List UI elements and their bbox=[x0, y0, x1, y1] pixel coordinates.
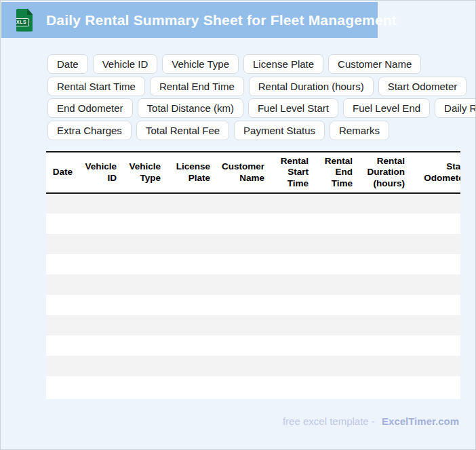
col-header-vehicle-id: Vehicle ID bbox=[73, 152, 117, 193]
chip-daily-rate[interactable]: Daily Rate bbox=[435, 98, 476, 118]
col-header-date: Date bbox=[46, 152, 73, 193]
footer: free excel template - ExcelTimer.com bbox=[283, 415, 459, 427]
chip-fuel-level-start[interactable]: Fuel Level Start bbox=[248, 98, 338, 118]
footer-text: free excel template - bbox=[283, 415, 375, 427]
table-header-row: Date Vehicle ID Vehicle Type License Pla… bbox=[46, 152, 460, 193]
table-row bbox=[46, 376, 460, 396]
table-row bbox=[46, 356, 460, 376]
col-header-rental-end-time: Rental End Time bbox=[309, 152, 353, 193]
chip-start-odometer[interactable]: Start Odometer bbox=[378, 77, 467, 96]
chip-payment-status[interactable]: Payment Status bbox=[234, 121, 325, 140]
folded-corner bbox=[27, 9, 33, 15]
table-row bbox=[46, 254, 460, 274]
col-header-start-odometer: Start Odometer bbox=[405, 152, 460, 193]
chip-vehicle-type[interactable]: Vehicle Type bbox=[162, 54, 239, 74]
rental-summary-table: Date Vehicle ID Vehicle Type License Pla… bbox=[46, 151, 460, 396]
chip-row-3: End Odometer Total Distance (km) Fuel Le… bbox=[47, 98, 468, 118]
col-header-rental-start-time: Rental Start Time bbox=[265, 152, 309, 193]
title-bar: XLS Daily Rental Summary Sheet for Fleet… bbox=[1, 2, 378, 38]
field-chips: Date Vehicle ID Vehicle Type License Pla… bbox=[47, 54, 468, 142]
xls-file-icon: XLS bbox=[16, 9, 33, 32]
table-row bbox=[46, 274, 460, 295]
chip-extra-charges[interactable]: Extra Charges bbox=[47, 121, 132, 140]
chip-vehicle-id[interactable]: Vehicle ID bbox=[93, 54, 158, 74]
chip-total-distance[interactable]: Total Distance (km) bbox=[138, 98, 243, 118]
col-header-vehicle-type: Vehicle Type bbox=[117, 152, 161, 193]
chip-date[interactable]: Date bbox=[47, 54, 88, 74]
footer-brand-link[interactable]: ExcelTimer.com bbox=[382, 415, 459, 427]
col-header-license-plate: License Plate bbox=[161, 152, 211, 193]
table-row bbox=[46, 335, 460, 356]
table-row bbox=[46, 295, 460, 315]
table-row bbox=[46, 234, 460, 254]
page-title: Daily Rental Summary Sheet for Fleet Man… bbox=[46, 12, 397, 28]
chip-license-plate[interactable]: License Plate bbox=[243, 54, 323, 74]
chip-total-rental-fee[interactable]: Total Rental Fee bbox=[136, 121, 229, 140]
chip-rental-start-time[interactable]: Rental Start Time bbox=[47, 77, 145, 96]
chip-customer-name[interactable]: Customer Name bbox=[328, 54, 421, 74]
table-row bbox=[46, 315, 460, 335]
xls-badge-label: XLS bbox=[14, 18, 29, 26]
spreadsheet-preview: Date Vehicle ID Vehicle Type License Pla… bbox=[46, 151, 460, 399]
table-row bbox=[46, 193, 460, 213]
chip-row-4: Extra Charges Total Rental Fee Payment S… bbox=[47, 121, 468, 140]
col-header-customer-name: Customer Name bbox=[211, 152, 265, 193]
page-canvas: XLS Daily Rental Summary Sheet for Fleet… bbox=[0, 0, 476, 450]
col-header-rental-duration: Rental Duration (hours) bbox=[353, 152, 405, 193]
chip-end-odometer[interactable]: End Odometer bbox=[47, 98, 133, 118]
chip-rental-duration[interactable]: Rental Duration (hours) bbox=[249, 77, 374, 96]
chip-row-1: Date Vehicle ID Vehicle Type License Pla… bbox=[47, 54, 468, 74]
table-row bbox=[46, 213, 460, 234]
chip-rental-end-time[interactable]: Rental End Time bbox=[150, 77, 244, 96]
chip-remarks[interactable]: Remarks bbox=[330, 121, 389, 140]
chip-row-2: Rental Start Time Rental End Time Rental… bbox=[47, 77, 468, 96]
chip-fuel-level-end[interactable]: Fuel Level End bbox=[343, 98, 430, 118]
